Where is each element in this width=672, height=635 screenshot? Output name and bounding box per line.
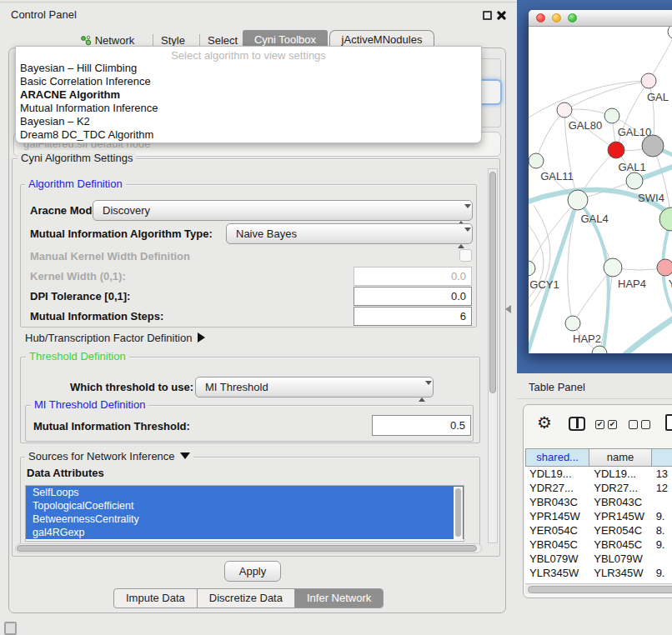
mi-threshold-field[interactable]: 0.5 (372, 415, 471, 436)
table-cell: 8. (652, 523, 672, 538)
table-toolbar: ⚙ ✔ ✔ (524, 405, 672, 447)
column-layout-icon[interactable] (569, 417, 585, 431)
network-node[interactable] (626, 172, 643, 189)
network-node[interactable] (557, 102, 572, 118)
network-view-window: GALGAL80GAL10GAL1GAL11SWI4GAL4GCY1HAP4YH… (529, 10, 672, 353)
table-cell: YLR345W (589, 566, 651, 580)
tab-infer-network[interactable]: Infer Network (295, 589, 383, 608)
select-all-checkboxes-icon[interactable]: ✔ (608, 420, 617, 429)
attribute-item[interactable]: gal4RGexp (26, 526, 464, 539)
hub-definition-expander[interactable]: Hub/Transcription Factor Definition (25, 332, 205, 344)
table-cell: YDR27... (525, 481, 589, 495)
select-all-checkboxes-icon[interactable]: ✔ (595, 420, 604, 429)
network-node[interactable] (604, 258, 622, 277)
data-attributes-list[interactable]: SelfLoopsTopologicalCoefficientBetweenne… (25, 485, 464, 542)
network-node[interactable] (568, 190, 588, 210)
mi-type-label: Mutual Information Algorithm Type: (30, 228, 213, 240)
network-edge (529, 81, 649, 118)
network-node[interactable] (657, 259, 672, 276)
top-divider (0, 2, 517, 2)
gear-icon[interactable]: ⚙ (537, 412, 552, 432)
settings-horizontal-scrollbar[interactable] (15, 543, 482, 553)
network-node-label: SWI4 (638, 192, 664, 204)
table-row[interactable]: YBL079WYBL079W (525, 552, 672, 566)
network-node[interactable] (608, 142, 624, 158)
table-cell: YER054C (589, 523, 651, 538)
manual-kernel-checkbox[interactable] (459, 249, 472, 262)
scrollbar-thumb[interactable] (489, 172, 496, 393)
network-node[interactable] (659, 208, 672, 231)
float-window-icon[interactable] (483, 11, 492, 20)
minimize-traffic-light-icon[interactable] (552, 13, 561, 22)
network-node[interactable] (529, 261, 535, 276)
scrollbar-thumb[interactable] (17, 545, 477, 552)
zoom-traffic-light-icon[interactable] (568, 13, 577, 22)
network-node[interactable] (668, 27, 672, 39)
table-cell (652, 495, 672, 509)
scrollbar-thumb[interactable] (528, 586, 672, 593)
attribute-item[interactable]: TopologicalCoefficient (26, 499, 464, 512)
table-cell: YBL079W (525, 552, 589, 566)
table-cell: YDL19... (525, 467, 589, 481)
table-row[interactable]: YBR043CYBR043C (525, 495, 672, 509)
algorithm-item[interactable]: Mutual Information Inference (16, 102, 481, 115)
table-panel: Table Panel ⚙ ✔ ✔ shared...name YDL19...… (517, 373, 672, 635)
table-row[interactable]: YBR045CYBR045C9. (525, 538, 672, 552)
aracne-mode-combo[interactable]: Discovery (93, 200, 473, 221)
close-traffic-light-icon[interactable] (536, 13, 545, 22)
table-cell: YBL079W (589, 552, 651, 566)
table-row[interactable]: YLR345WYLR345W9. (525, 566, 672, 580)
algorithm-item[interactable]: Bayesian – Hill Climbing (16, 62, 481, 75)
table-row[interactable]: YER054CYER054C8. (525, 523, 672, 538)
dpi-tolerance-field[interactable]: 0.0 (354, 287, 472, 306)
dock-panel-icon[interactable] (4, 622, 17, 635)
network-node[interactable] (529, 153, 544, 168)
network-node[interactable] (565, 316, 580, 331)
network-canvas[interactable]: GALGAL80GAL10GAL1GAL11SWI4GAL4GCY1HAP4YH… (529, 27, 672, 353)
network-node-label: Y (669, 278, 672, 290)
network-node-label: GAL80 (569, 119, 602, 132)
combo-stepper-icon (458, 228, 464, 248)
table-cell: YPR145W (589, 509, 651, 523)
tab-separator (199, 34, 200, 46)
dpi-tolerance-label: DPI Tolerance [0,1]: (30, 290, 130, 302)
attributes-scrollbar[interactable] (454, 487, 463, 540)
table-row[interactable]: YPR145WYPR145W9. (525, 509, 672, 523)
network-node[interactable] (604, 108, 619, 123)
network-node[interactable] (641, 73, 656, 88)
panel-collapse-handle-icon[interactable] (505, 305, 511, 313)
apply-button[interactable]: Apply (224, 561, 281, 582)
clear-checkboxes-icon[interactable] (629, 420, 638, 429)
document-icon[interactable] (665, 414, 672, 431)
algorithm-definition-title: Algorithm Definition (25, 178, 126, 190)
settings-vertical-scrollbar[interactable] (488, 168, 498, 543)
kernel-width-field[interactable]: 0.0 (354, 267, 472, 286)
algorithm-item[interactable]: Dream8 DC_TDC Algorithm (16, 128, 481, 142)
algorithm-dropdown-popup: Select algorithm to view settings Bayesi… (15, 46, 482, 143)
column-header[interactable]: shared... (525, 448, 589, 467)
scrollbar-thumb[interactable] (455, 488, 461, 537)
tab-separator (153, 34, 153, 46)
table-row[interactable]: YDL19...YDL19...13 (525, 467, 672, 481)
algorithm-placeholder: Select algorithm to view settings (16, 47, 481, 62)
close-icon[interactable] (495, 9, 507, 21)
node-table: shared...name YDL19...YDL19...13YDR27...… (525, 448, 672, 594)
attribute-item[interactable]: BetweennessCentrality (26, 512, 464, 526)
sources-collapser[interactable]: Sources for Network Inference (25, 451, 193, 462)
algorithm-item[interactable]: ARACNE Algorithm (16, 88, 481, 102)
which-threshold-combo[interactable]: MI Threshold (195, 377, 434, 398)
tab-discretize-data[interactable]: Discretize Data (198, 589, 295, 608)
attribute-item[interactable]: SelfLoops (26, 486, 464, 499)
network-window-titlebar[interactable] (529, 10, 672, 27)
column-header[interactable]: name (589, 448, 651, 467)
table-row[interactable]: YDR27...YDR27...12 (525, 481, 672, 495)
algorithm-item[interactable]: Bayesian – K2 (16, 115, 481, 128)
table-horizontal-scrollbar[interactable] (525, 583, 672, 594)
network-edge (578, 200, 613, 268)
mi-steps-field[interactable]: 6 (354, 307, 472, 326)
clear-checkboxes-icon[interactable] (641, 420, 650, 429)
tab-impute-data[interactable]: Impute Data (114, 589, 198, 608)
column-header[interactable] (652, 448, 672, 467)
algorithm-item[interactable]: Basic Correlation Inference (16, 75, 481, 88)
mi-algorithm-type-combo[interactable]: Naive Bayes (226, 223, 473, 244)
